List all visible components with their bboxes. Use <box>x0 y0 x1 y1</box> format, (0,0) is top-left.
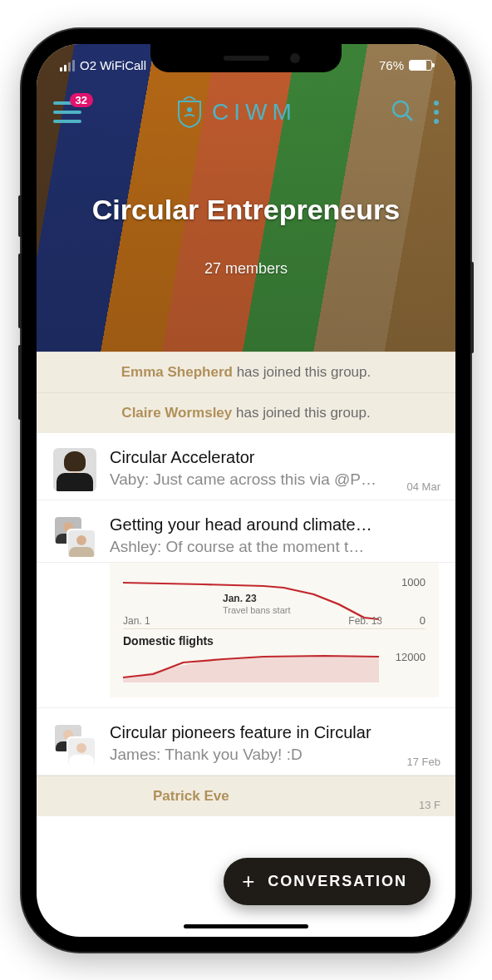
carrier-label: O2 WiFiCall <box>80 58 146 72</box>
feed-item[interactable]: Circular pioneers feature in Circular Ja… <box>37 708 455 776</box>
feed-item-preview: James: Thank you Vaby! :D <box>110 746 439 764</box>
menu-button[interactable]: 32 <box>53 101 81 123</box>
brand[interactable]: CIWM <box>175 96 297 128</box>
chart-annotation: Jan. 23Travel bans start <box>223 593 291 617</box>
join-notice: Patrick Eve 13 F <box>37 776 455 816</box>
battery-icon <box>409 60 432 71</box>
feed-item-date: 17 Feb <box>407 756 440 768</box>
svg-point-2 <box>393 101 408 116</box>
group-title: Circular Entrepreneurs <box>37 194 455 226</box>
join-notice-name: Emma Shepherd <box>121 364 233 380</box>
chart-ytick: 0 <box>420 614 426 627</box>
join-notice-name: Claire Wormsley <box>121 405 232 421</box>
avatar-stack <box>53 515 96 559</box>
fab-label: CONVERSATION <box>268 873 407 890</box>
join-notice: Claire Wormsley has joined this group. <box>37 392 455 433</box>
svg-line-3 <box>406 115 412 121</box>
search-button[interactable] <box>391 99 414 126</box>
feed-item-preview: Ashley: Of course at the moment t… <box>110 538 439 556</box>
avatar-stack <box>53 723 96 766</box>
feed[interactable]: Circular Accelerator Vaby: Just came acr… <box>37 433 455 816</box>
svg-point-1 <box>187 107 192 112</box>
notification-badge: 32 <box>70 93 93 107</box>
feed-item-preview: Vaby: Just came across this via @P… <box>110 470 439 489</box>
phone-frame: O2 WiFiCall 16:56 76% 32 <box>22 29 470 952</box>
screen: O2 WiFiCall 16:56 76% 32 <box>37 44 455 937</box>
group-members: 27 members <box>37 260 455 278</box>
app-bar: 32 CIWM <box>37 89 455 135</box>
signal-bars-icon <box>60 60 75 71</box>
chart-title: Domestic flights <box>123 634 426 648</box>
overflow-menu-button[interactable] <box>434 101 439 124</box>
feed-item-title: Circular pioneers feature in Circular <box>110 723 439 742</box>
feed-item-date: 04 Mar <box>407 480 440 493</box>
new-conversation-button[interactable]: + CONVERSATION <box>224 858 430 905</box>
plus-icon: + <box>242 873 256 890</box>
chart-xtick: Feb. 13 <box>348 615 382 627</box>
join-notice-name: Patrick Eve <box>153 788 229 804</box>
home-indicator[interactable] <box>184 924 308 928</box>
feed-item[interactable]: Circular Accelerator Vaby: Just came acr… <box>37 433 455 500</box>
avatar <box>53 448 96 491</box>
battery-pct: 76% <box>379 58 404 72</box>
feed-item-title: Circular Accelerator <box>110 448 439 467</box>
chart-ytick: 1000 <box>401 576 426 588</box>
join-notice: Emma Shepherd has joined this group. <box>37 352 455 392</box>
chart-ytick: 12000 <box>396 651 426 663</box>
chart-preview: 1000 0 Jan. 23Travel bans start Jan. 1 F… <box>110 563 439 697</box>
notice-date: 13 F <box>419 799 440 811</box>
brand-text: CIWM <box>212 99 297 126</box>
group-hero: O2 WiFiCall 16:56 76% 32 <box>37 44 455 352</box>
notch <box>150 44 342 72</box>
feed-item-title: Getting your head around climate… <box>110 515 439 534</box>
chart-xtick: Jan. 1 <box>123 615 150 627</box>
feed-item[interactable]: Getting your head around climate… Ashley… <box>37 500 455 563</box>
brand-crest-icon <box>175 96 204 128</box>
